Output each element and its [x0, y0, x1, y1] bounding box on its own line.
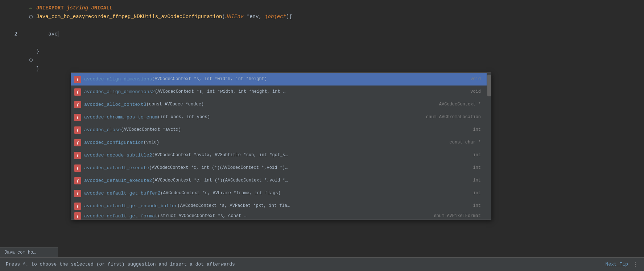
function-icon-4: f: [74, 114, 81, 121]
keyword-jnicall: JNICALL: [91, 4, 112, 12]
item-prefix-9: avc: [84, 174, 92, 187]
function-icon-1: f: [74, 76, 81, 83]
code-line-5: [36, 38, 644, 47]
code-lines: JNIEXPORT jstring JNICALL Java_com_ho_ea…: [36, 0, 644, 73]
item-name-7: odec_decode_subtitle2: [92, 149, 152, 162]
autocomplete-item-9[interactable]: f avcodec_default_execute2 (AVCodecConte…: [71, 174, 491, 187]
item-sig-6: (void): [144, 136, 159, 149]
line-num-8: [0, 64, 21, 73]
item-name-10: odec_default_get_buffer2: [92, 187, 160, 200]
autocomplete-item-12[interactable]: f avcodec_default_get_format (struct AVC…: [71, 212, 491, 220]
autocomplete-dropdown: f avcodec_align_dimensions (AVCodecConte…: [71, 72, 491, 220]
function-icon-2: f: [74, 88, 81, 96]
code-line-2: Java_com_ho_easyrecorder_ffmpeg_NDKUtils…: [36, 12, 644, 21]
status-hint-text: Press ^. to choose the selected (or firs…: [6, 262, 603, 267]
item-return-1: void: [470, 73, 481, 86]
item-sig-10: (AVCodecContext *s, AVFrame *frame, int …: [161, 187, 281, 200]
line-num-1: [0, 4, 21, 12]
gutter: ⇐ ⬡ ⬡: [25, 0, 36, 271]
item-name-9: odec_default_execute2: [92, 174, 152, 187]
gutter-arrow: ⇐: [25, 4, 36, 12]
autocomplete-item-2[interactable]: f avcodec_align_dimensions2 (AVCodecCont…: [71, 86, 491, 98]
text-cursor: [58, 31, 58, 37]
function-icon-3: f: [74, 101, 81, 108]
keyword-jniexport: JNIEXPORT: [36, 4, 64, 12]
item-name-2: odec_align_dimensions2: [92, 86, 155, 98]
item-sig-12: (struct AVCodecContext *s, const …: [158, 212, 247, 220]
code-line-7: }: [36, 64, 644, 73]
keyword-jstring: jstring: [67, 4, 88, 12]
item-prefix-12: avc: [84, 212, 92, 220]
autocomplete-item-8[interactable]: f avcodec_default_execute (AVCodecContex…: [71, 162, 491, 174]
next-tip-button[interactable]: Next Tip: [606, 262, 628, 267]
item-return-2: void: [470, 86, 481, 98]
item-return-11: int: [473, 200, 481, 212]
item-return-5: int: [473, 124, 481, 136]
item-sig-8: (AVCodecContext *c, int (*)(AVCodecConte…: [149, 162, 288, 174]
gutter-bookmark-2: ⬡: [25, 56, 36, 64]
item-prefix-5: avc: [84, 124, 92, 136]
item-return-10: int: [473, 187, 481, 200]
function-icon-9: f: [74, 177, 81, 184]
scrollbar-thumb[interactable]: [487, 75, 491, 96]
gutter-bookmark: ⬡: [25, 12, 36, 21]
autocomplete-item-11[interactable]: f avcodec_default_get_encode_buffer (AVC…: [71, 200, 491, 212]
function-icon-6: f: [74, 139, 81, 146]
status-menu-icon[interactable]: ⋮: [632, 261, 638, 268]
line-num-5: [0, 38, 21, 47]
item-prefix-7: avc: [84, 149, 92, 162]
item-return-3: AVCodecContext *: [439, 98, 481, 111]
function-icon-7: f: [74, 152, 81, 159]
item-sig-11: (AVCodecContext *s, AVPacket *pkt, int f…: [177, 200, 290, 212]
autocomplete-item-10[interactable]: f avcodec_default_get_buffer2 (AVCodecCo…: [71, 187, 491, 200]
item-name-5: odec_close: [92, 124, 121, 136]
autocomplete-item-1[interactable]: f avcodec_align_dimensions (AVCodecConte…: [71, 73, 491, 86]
item-sig-7: (AVCodecContext *avctx, AVSubtitle *sub,…: [152, 149, 288, 162]
item-sig-2: (AVCodecContext *s, int *width, int *hei…: [155, 86, 285, 98]
code-area: 2 ⇐ ⬡ ⬡ JNIEXPORT jstring JNI: [0, 0, 644, 271]
function-name: Java_com_ho_easyrecorder_ffmpeg_NDKUtils…: [36, 12, 222, 21]
item-prefix-6: avc: [84, 136, 92, 149]
code-line-1: JNIEXPORT jstring JNICALL: [36, 4, 644, 12]
bottom-file-label: Java_com_ho…: [0, 247, 58, 257]
code-line-closing: }: [36, 47, 644, 56]
line-num-7: [0, 56, 21, 64]
item-name-1: odec_align_dimensions: [92, 73, 152, 86]
item-sig-3: (const AVCodec *codec): [146, 98, 204, 111]
item-return-9: int: [473, 174, 481, 187]
item-return-4: enum AVChromaLocation: [426, 111, 481, 124]
item-name-12: odec_default_get_format: [92, 212, 157, 220]
item-prefix-2: avc: [84, 86, 92, 98]
editor-container: 2 ⇐ ⬡ ⬡ JNIEXPORT jstring JNI: [0, 0, 644, 271]
function-icon-11: f: [74, 203, 81, 210]
item-prefix-10: avc: [84, 187, 92, 200]
scrollbar-track[interactable]: [487, 73, 491, 220]
line-num-3: [0, 21, 21, 30]
line-num-6: [0, 47, 21, 56]
item-return-6: const char *: [450, 136, 481, 149]
item-sig-1: (AVCodecContext *s, int *width, int *hei…: [152, 73, 267, 86]
autocomplete-item-7[interactable]: f avcodec_decode_subtitle2 (AVCodecConte…: [71, 149, 491, 162]
autocomplete-item-3[interactable]: f avcodec_alloc_context3 (const AVCodec …: [71, 98, 491, 111]
function-icon-8: f: [74, 164, 81, 172]
line-numbers: 2: [0, 0, 25, 271]
code-line-6: [36, 56, 644, 64]
code-line-3: [36, 21, 644, 30]
item-prefix-3: avc: [84, 98, 92, 111]
item-name-11: odec_default_get_encode_buffer: [92, 200, 177, 212]
item-sig-9: (AVCodecContext *c, int (*)(AVCodecConte…: [152, 174, 288, 187]
line-num-4: 2: [0, 30, 21, 38]
typed-avc: avc: [49, 30, 58, 38]
code-line-4: avc: [36, 30, 644, 38]
item-return-12: enum AVPixelFormat: [434, 212, 481, 220]
autocomplete-item-4[interactable]: f avcodec_chroma_pos_to_enum (int xpos, …: [71, 111, 491, 124]
autocomplete-item-6[interactable]: f avcodec_configuration (void) const cha…: [71, 136, 491, 149]
line-num-2: [0, 12, 21, 21]
item-prefix-8: avc: [84, 162, 92, 174]
item-name-6: odec_configuration: [92, 136, 143, 149]
function-icon-5: f: [74, 126, 81, 134]
function-icon-10: f: [74, 190, 81, 197]
item-prefix-1: avc: [84, 73, 92, 86]
autocomplete-item-5[interactable]: f avcodec_close (AVCodecContext *avctx) …: [71, 124, 491, 136]
item-sig-4: (int xpos, int ypos): [158, 111, 210, 124]
